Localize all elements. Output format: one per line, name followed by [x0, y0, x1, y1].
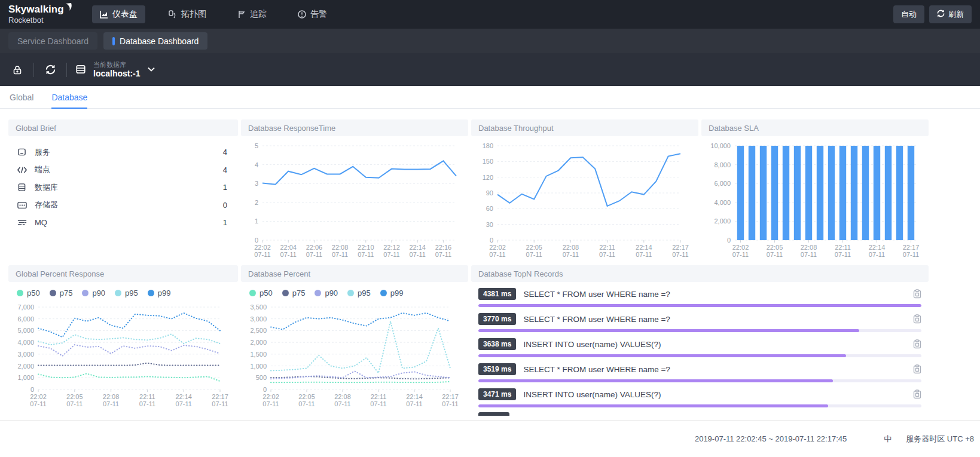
svg-text:22:08: 22:08 — [334, 393, 351, 400]
lock-button[interactable] — [7, 60, 28, 80]
trace-icon — [237, 10, 246, 19]
svg-text:2: 2 — [255, 199, 258, 206]
svg-text:10,000: 10,000 — [710, 142, 731, 149]
svg-text:22:05: 22:05 — [66, 393, 83, 400]
svg-text:07-11: 07-11 — [370, 400, 386, 407]
duration-badge: 3770 ms — [478, 313, 516, 325]
svg-text:22:17: 22:17 — [672, 244, 689, 251]
svg-text:07-11: 07-11 — [306, 251, 322, 258]
svg-text:22:05: 22:05 — [767, 244, 783, 251]
duration-bar — [478, 379, 833, 382]
svg-text:07-11: 07-11 — [30, 400, 46, 407]
svg-text:07-11: 07-11 — [103, 400, 119, 407]
duration-badge: 4381 ms — [478, 288, 516, 300]
svg-text:60: 60 — [486, 205, 493, 212]
svg-text:6,000: 6,000 — [714, 180, 731, 187]
svg-text:150: 150 — [483, 158, 493, 165]
svg-text:4,000: 4,000 — [17, 339, 34, 346]
legend-p95[interactable]: p95 — [347, 289, 371, 297]
svg-text:07-11: 07-11 — [732, 251, 749, 258]
svg-text:22:14: 22:14 — [409, 244, 426, 251]
copy-icon[interactable] — [913, 314, 921, 324]
svg-text:7,000: 7,000 — [17, 303, 34, 311]
svg-text:1,500: 1,500 — [250, 351, 267, 358]
topn-list[interactable]: 4381 ms SELECT * FROM user WHERE name =?… — [471, 282, 929, 416]
svg-text:0: 0 — [255, 237, 258, 244]
copy-icon[interactable] — [913, 339, 921, 349]
tab-service-dashboard[interactable]: Service Dashboard — [8, 32, 97, 50]
legend-p75[interactable]: p75 — [282, 289, 306, 297]
p95-dot — [115, 290, 121, 296]
tab-database-dashboard[interactable]: Database Dashboard — [103, 32, 207, 50]
endpoint-icon — [17, 166, 27, 174]
svg-text:22:05: 22:05 — [298, 393, 315, 400]
service-icon — [17, 148, 27, 157]
duration-badge: 3519 ms — [478, 363, 516, 375]
alarm-icon — [298, 10, 306, 19]
refresh-button[interactable]: 刷新 — [929, 5, 972, 23]
view-tabs: Global Database — [0, 86, 980, 109]
dashboard-toolbar: 当前数据库 localhost:-1 — [0, 53, 980, 86]
brief-row-service: 服务 4 — [17, 143, 227, 161]
divider — [33, 63, 34, 77]
legend-p90[interactable]: p90 — [82, 289, 105, 297]
svg-text:07-11: 07-11 — [672, 251, 688, 258]
nav-trace[interactable]: 追踪 — [230, 5, 274, 23]
time-range-picker[interactable]: 2019-07-11 22:02:45 ~ 2019-07-11 22:17:4… — [695, 434, 847, 443]
svg-text:22:12: 22:12 — [383, 244, 400, 251]
svg-text:22:14: 22:14 — [175, 393, 192, 400]
svg-text:07-11: 07-11 — [835, 251, 851, 258]
nav-topology[interactable]: 拓扑图 — [161, 5, 214, 23]
legend-p90[interactable]: p90 — [315, 289, 338, 297]
duration-bar-track — [478, 379, 921, 382]
svg-text:2,500: 2,500 — [250, 327, 267, 334]
active-tab-indicator — [112, 37, 115, 45]
svg-text:3: 3 — [255, 180, 258, 187]
svg-text:0: 0 — [263, 386, 267, 393]
tab-database[interactable]: Database — [51, 86, 87, 108]
topn-record: 3638 ms INSERT INTO user(name) VALUES(?) — [478, 337, 921, 357]
panel-title: Database Throughput — [471, 119, 698, 136]
svg-text:07-11: 07-11 — [334, 400, 350, 407]
duration-badge: 3638 ms — [478, 338, 516, 350]
svg-text:22:08: 22:08 — [801, 244, 817, 251]
tab-global[interactable]: Global — [10, 86, 33, 108]
sync-button[interactable] — [40, 60, 60, 80]
svg-text:07-11: 07-11 — [332, 251, 348, 258]
copy-icon[interactable] — [913, 364, 921, 374]
legend-p95[interactable]: p95 — [115, 289, 138, 297]
legend-p99[interactable]: p99 — [148, 289, 171, 297]
panel-title: Database SLA — [701, 119, 929, 136]
brief-value: 4 — [223, 165, 227, 174]
logo[interactable]: Skywalking Rocketbot — [8, 4, 79, 24]
svg-text:07-11: 07-11 — [280, 251, 297, 258]
svg-text:22:10: 22:10 — [358, 244, 374, 251]
topn-record: 4381 ms SELECT * FROM user WHERE name =? — [478, 287, 921, 307]
nav-alarm[interactable]: 告警 — [290, 5, 335, 23]
query-text: INSERT INTO user(name) VALUES(?) — [523, 340, 906, 349]
svg-text:4: 4 — [255, 161, 258, 168]
auto-button[interactable]: 自动 — [893, 5, 924, 23]
copy-icon[interactable] — [913, 289, 921, 299]
nav-dashboard[interactable]: 仪表盘 — [92, 5, 145, 23]
query-text: SELECT * FROM user WHERE name =? — [523, 290, 906, 299]
svg-text:22:02: 22:02 — [254, 244, 271, 251]
svg-text:22:14: 22:14 — [636, 244, 652, 251]
legend-p99[interactable]: p99 — [380, 289, 404, 297]
legend-p75[interactable]: p75 — [50, 289, 73, 297]
duration-badge: 3471 ms — [478, 388, 516, 400]
duration-bar-track — [478, 304, 921, 307]
percentile-legend: p50 p75 p90 p95 p99 — [241, 282, 468, 297]
svg-text:22:05: 22:05 — [526, 244, 542, 251]
svg-text:3,000: 3,000 — [250, 315, 267, 323]
current-database-select[interactable]: 当前数据库 localhost:-1 — [75, 61, 155, 79]
svg-text:22:02: 22:02 — [30, 393, 47, 400]
language-switch[interactable]: 中 — [884, 434, 892, 444]
brief-row-mq: MQ 1 — [17, 214, 227, 232]
legend-p50[interactable]: p50 — [17, 289, 40, 297]
copy-icon[interactable] — [913, 389, 921, 399]
legend-p50[interactable]: p50 — [249, 289, 273, 297]
p90-dot — [315, 290, 321, 296]
refresh-icon — [937, 10, 945, 19]
sync-icon — [45, 65, 56, 75]
